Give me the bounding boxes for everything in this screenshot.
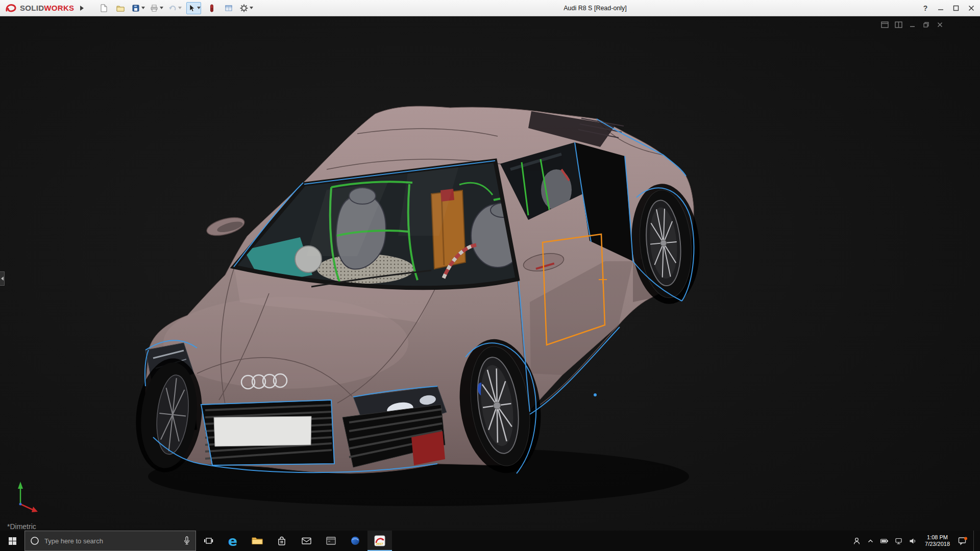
- tray-people-button[interactable]: [852, 537, 861, 545]
- clock-time: 1:08 PM: [925, 534, 950, 541]
- save-dropdown-icon[interactable]: [141, 7, 145, 9]
- pane-icon: [895, 21, 902, 28]
- show-desktop-button[interactable]: [973, 531, 976, 551]
- close-button[interactable]: [964, 0, 979, 16]
- document-window-controls: [880, 21, 944, 29]
- taskbar-search[interactable]: [24, 531, 196, 551]
- file-properties-icon: [224, 4, 233, 13]
- tray-volume-button[interactable]: [909, 537, 917, 545]
- select-button[interactable]: [186, 2, 201, 14]
- taskbar-mail-icon[interactable]: [294, 531, 318, 551]
- minimize-icon: [938, 5, 944, 11]
- front-grille[interactable]: [201, 400, 334, 465]
- open-folder-icon: [116, 4, 125, 13]
- undo-dropdown-icon[interactable]: [178, 7, 182, 9]
- network-icon: [894, 537, 903, 545]
- new-document-icon: [99, 4, 108, 13]
- battery-icon: [880, 537, 889, 545]
- pane-icon: [881, 21, 889, 28]
- doc-minimize-button[interactable]: [908, 21, 917, 29]
- brand-solid: SOLID: [20, 4, 44, 12]
- folder-icon: [252, 536, 263, 546]
- viewport-canvas[interactable]: [0, 16, 980, 531]
- action-center-icon: [958, 536, 968, 546]
- menu-flyout-button[interactable]: [79, 5, 84, 11]
- taskbar-solidworks-icon[interactable]: 2017: [368, 531, 392, 551]
- print-icon: [150, 4, 159, 13]
- taskbar-file-explorer-icon[interactable]: [245, 531, 270, 551]
- rebuild-button[interactable]: [206, 2, 218, 14]
- help-button[interactable]: ?: [918, 0, 933, 16]
- print-button[interactable]: [150, 2, 163, 14]
- doc-close-button[interactable]: [936, 21, 944, 29]
- license-plate: [214, 416, 311, 446]
- options-dropdown-icon[interactable]: [250, 7, 253, 9]
- quick-access-toolbar: [97, 2, 253, 14]
- chevron-left-icon: [1, 277, 4, 281]
- taskbar-blue-app-icon[interactable]: [343, 531, 368, 551]
- title-menu-bar: SOLIDWORKS: [0, 0, 980, 16]
- dassault-logo-icon: [5, 3, 17, 14]
- start-button[interactable]: [0, 531, 24, 551]
- options-button[interactable]: [239, 2, 253, 14]
- select-cursor-icon: [187, 4, 196, 13]
- maximize-icon: [953, 5, 959, 11]
- print-dropdown-icon[interactable]: [160, 7, 163, 9]
- tray-network-button[interactable]: [894, 537, 903, 545]
- edge-glyph: e: [228, 534, 237, 548]
- doc-pane2-button[interactable]: [894, 21, 903, 29]
- undo-icon: [168, 4, 177, 13]
- selection-point: [594, 393, 597, 396]
- open-button[interactable]: [114, 2, 127, 14]
- solidworks-window: SOLIDWORKS: [0, 0, 980, 551]
- view-orientation-label: *Dimetric: [7, 522, 36, 531]
- task-view-icon: [204, 536, 213, 545]
- undo-button[interactable]: [168, 2, 182, 14]
- save-button[interactable]: [131, 2, 145, 14]
- nose-highlight: [163, 297, 408, 389]
- people-icon: [852, 537, 861, 545]
- app-window-icon: [326, 536, 336, 545]
- feature-manager-flyout-tab[interactable]: [0, 271, 5, 286]
- rebuild-icon: [208, 4, 215, 13]
- taskbar-edge-icon[interactable]: e: [220, 531, 245, 551]
- task-view-button[interactable]: [196, 531, 220, 551]
- maximize-button[interactable]: [948, 0, 964, 16]
- chevron-up-icon: [867, 537, 874, 545]
- window-controls: ?: [918, 0, 979, 16]
- clock-date: 7/23/2018: [925, 541, 950, 547]
- select-dropdown-icon[interactable]: [197, 7, 201, 9]
- new-document-button[interactable]: [97, 2, 110, 14]
- system-tray: 1:08 PM 7/23/2018: [852, 531, 980, 551]
- gear-icon: [239, 4, 249, 13]
- taskbar-terminal-icon[interactable]: [318, 531, 343, 551]
- tray-clock[interactable]: 1:08 PM 7/23/2018: [923, 534, 952, 547]
- brand-solid-text: SOLIDWORKS: [20, 4, 74, 13]
- taskbar-search-input[interactable]: [24, 531, 196, 551]
- solidworks-app-icon: 2017: [374, 535, 385, 546]
- mail-envelope-icon: [301, 536, 312, 545]
- minimize-button[interactable]: [933, 0, 948, 16]
- brand-works: WORKS: [44, 4, 74, 12]
- help-icon: ?: [923, 4, 928, 12]
- restore-icon: [923, 21, 929, 28]
- window-title: Audi R8 S [Read-only]: [564, 0, 627, 16]
- file-properties-button[interactable]: [223, 2, 235, 14]
- close-icon: [937, 21, 943, 28]
- blue-sphere-icon: [350, 536, 360, 546]
- menu-flyout-arrow-icon: [79, 5, 84, 11]
- taskbar-store-icon[interactable]: [270, 531, 294, 551]
- tray-overflow-button[interactable]: [867, 537, 874, 545]
- close-icon: [968, 5, 974, 11]
- minimize-icon: [909, 21, 916, 28]
- doc-restore-button[interactable]: [922, 21, 930, 29]
- tray-battery-button[interactable]: [880, 537, 889, 545]
- doc-pane-button[interactable]: [880, 21, 889, 29]
- cortana-icon: [30, 536, 39, 545]
- notification-badge: [964, 537, 967, 540]
- windows-logo-icon: [8, 537, 17, 545]
- sw-year-label: 2017: [376, 542, 383, 545]
- action-center-button[interactable]: [958, 536, 968, 546]
- graphics-viewport[interactable]: *Dimetric: [0, 16, 980, 531]
- microphone-icon[interactable]: [182, 536, 191, 546]
